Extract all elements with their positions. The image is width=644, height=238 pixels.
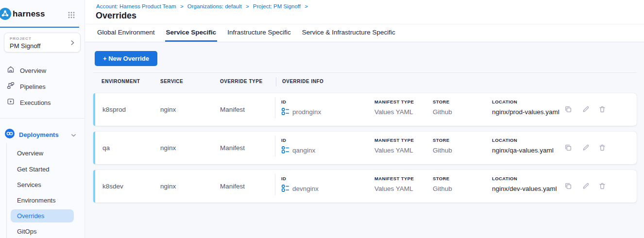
row-location: nginx/qa-values.yaml: [492, 147, 554, 154]
harness-logo-icon: [0, 8, 11, 20]
page-title: Overrides: [96, 11, 136, 21]
tab-service-specific[interactable]: Service Specific: [165, 24, 218, 42]
project-name: PM Signoff: [10, 42, 40, 50]
location-label: LOCATION: [492, 176, 517, 181]
breadcrumb-organization[interactable]: Organizations: default: [187, 3, 242, 9]
edit-icon[interactable]: [582, 144, 590, 152]
row-accent-bar: [93, 93, 95, 126]
column-header-environment: ENVIRONMENT: [102, 79, 140, 84]
breadcrumb-separator: >: [305, 3, 308, 9]
override-row-qa[interactable]: qa nginx Manifest ID qanginx MANIFEST TY…: [93, 132, 637, 164]
manifest-type-label: MANIFEST TYPE: [374, 176, 414, 181]
table-top-divider: [93, 72, 637, 73]
location-label: LOCATION: [492, 99, 517, 104]
submenu-item-overview[interactable]: Overview: [11, 147, 74, 160]
edit-icon[interactable]: [582, 182, 590, 190]
id-label: ID: [281, 137, 286, 143]
store-label: STORE: [433, 176, 450, 181]
sidebar-item-pipelines[interactable]: Pipelines: [0, 80, 85, 93]
main-area: Account: Harness Product Team > Organiza…: [85, 0, 644, 238]
content-area: + New Override ENVIRONMENT SERVICE OVERR…: [85, 43, 644, 238]
row-divider: [275, 97, 275, 119]
sidebar-accent-line: [0, 27, 79, 28]
submenu-item-environments[interactable]: Environments: [11, 194, 74, 207]
project-selector[interactable]: PROJECT PM Signoff: [4, 33, 81, 52]
sidebar-item-label: Overview: [20, 67, 46, 74]
row-id: devnginx: [292, 185, 319, 192]
row-manifest-type: Values YAML: [374, 108, 413, 116]
tab-global-environment[interactable]: Global Environment: [96, 24, 156, 42]
breadcrumb: Account: Harness Product Team > Organiza…: [96, 3, 310, 9]
submenu-item-overrides[interactable]: Overrides: [11, 209, 74, 222]
column-header-service: SERVICE: [160, 79, 183, 84]
grid-menu-icon[interactable]: [68, 11, 75, 19]
manifest-type-label: MANIFEST TYPE: [374, 99, 414, 104]
breadcrumb-separator: >: [246, 3, 249, 9]
row-store: Github: [433, 108, 452, 116]
submenu-item-services[interactable]: Services: [11, 178, 74, 191]
chevron-down-icon: [70, 132, 77, 138]
row-id: qanginx: [292, 147, 315, 154]
breadcrumb-account[interactable]: Account: Harness Product Team: [96, 3, 176, 9]
override-tabs: Global Environment Service Specific Infr…: [85, 24, 644, 42]
harness-app: harness PROJECT PM Signoff Overview: [0, 0, 644, 238]
row-service: nginx: [160, 183, 176, 190]
sidebar-item-executions[interactable]: Executions: [0, 96, 85, 109]
row-location: nginx/prod-values.yaml: [492, 108, 559, 116]
row-divider: [275, 174, 275, 195]
copy-icon[interactable]: [564, 182, 572, 190]
row-manifest-type: Values YAML: [374, 185, 413, 192]
service-id-icon: [281, 107, 289, 116]
sidebar-item-label: Deployments: [19, 131, 59, 138]
row-accent-bar: [93, 132, 95, 164]
row-divider: [275, 136, 275, 157]
row-id: prodnginx: [292, 108, 321, 116]
id-label: ID: [281, 99, 286, 104]
column-header-override-type: OVERRIDE TYPE: [220, 79, 263, 84]
sidebar-divider: [0, 118, 85, 119]
submenu-item-get-started[interactable]: Get Started: [11, 163, 74, 176]
row-location: nginx/dev-values.yaml: [492, 185, 557, 192]
override-row-k8sdev[interactable]: k8sdev nginx Manifest ID devnginx MANIFE…: [93, 170, 637, 203]
tab-infrastructure-specific[interactable]: Infrastructure Specific: [226, 24, 292, 42]
row-environment: qa: [102, 144, 110, 152]
override-row-k8sprod[interactable]: k8sprod nginx Manifest ID prodnginx MANI…: [93, 93, 637, 126]
row-override-type: Manifest: [220, 144, 245, 152]
home-icon: [7, 66, 15, 75]
edit-icon[interactable]: [582, 105, 590, 113]
copy-icon[interactable]: [564, 105, 572, 113]
row-override-type: Manifest: [220, 183, 245, 190]
store-label: STORE: [433, 137, 450, 143]
row-manifest-type: Values YAML: [374, 147, 413, 154]
sidebar: harness PROJECT PM Signoff Overview: [0, 0, 85, 238]
service-id-icon: [281, 146, 289, 154]
column-header-override-info: OVERRIDE INFO: [282, 79, 323, 84]
new-override-button[interactable]: + New Override: [95, 51, 157, 66]
row-environment: k8sdev: [102, 183, 123, 190]
copy-icon[interactable]: [564, 144, 572, 152]
delete-icon[interactable]: [598, 182, 606, 190]
page-header: Account: Harness Product Team > Organiza…: [85, 0, 644, 24]
tab-service-infrastructure-specific[interactable]: Service & Infrastructure Specific: [301, 24, 396, 42]
submenu-item-gitops[interactable]: GitOps: [11, 225, 74, 238]
store-label: STORE: [433, 99, 450, 104]
deployments-icon: [5, 129, 15, 140]
submenu-guide-line: [6, 143, 7, 238]
row-store: Github: [433, 147, 452, 154]
delete-icon[interactable]: [598, 144, 606, 152]
row-override-type: Manifest: [220, 106, 245, 113]
pipelines-icon: [7, 82, 15, 91]
delete-icon[interactable]: [598, 105, 606, 113]
row-environment: k8sprod: [102, 106, 126, 113]
row-accent-bar: [93, 170, 95, 203]
executions-icon: [7, 98, 15, 107]
manifest-type-label: MANIFEST TYPE: [374, 137, 414, 143]
column-header-divider: [276, 77, 276, 86]
sidebar-item-overview[interactable]: Overview: [0, 64, 85, 77]
row-service: nginx: [160, 106, 176, 113]
breadcrumb-project[interactable]: Project: PM Signoff: [253, 3, 301, 9]
row-service: nginx: [160, 144, 176, 152]
sidebar-item-deployments[interactable]: Deployments: [0, 127, 85, 142]
project-label: PROJECT: [10, 36, 32, 41]
logo-text: harness: [13, 9, 45, 19]
